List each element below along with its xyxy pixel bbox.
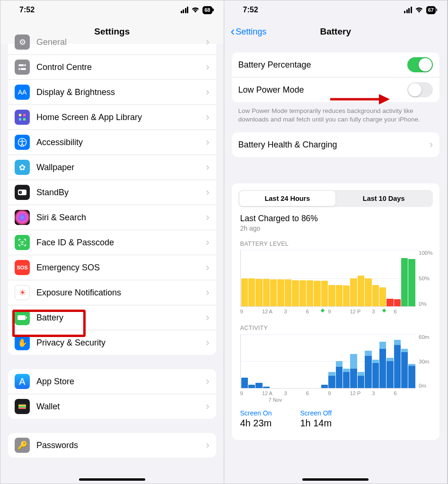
nav-bar: ‹ Settings Battery — [224, 19, 448, 44]
chevron-left-icon: ‹ — [231, 25, 235, 37]
wallet-icon — [15, 399, 30, 414]
battery-level-plot — [240, 250, 416, 307]
row-appstore[interactable]: A App Store › — [8, 369, 216, 394]
battery-icon — [15, 310, 30, 325]
row-sos[interactable]: SOS Emergency SOS › — [8, 255, 216, 280]
row-battery-health[interactable]: Battery Health & Charging › — [232, 132, 440, 157]
back-button[interactable]: ‹ Settings — [231, 26, 267, 37]
row-accessibility[interactable]: Accessibility › — [8, 130, 216, 155]
svg-point-3 — [20, 69, 21, 70]
svg-point-9 — [21, 139, 23, 141]
page-title: Battery — [320, 26, 351, 37]
activity-plot — [240, 334, 416, 389]
svg-rect-5 — [23, 114, 26, 116]
svg-rect-6 — [19, 118, 21, 121]
chevron-right-icon: › — [206, 161, 209, 173]
status-bar: 7:52 67 — [224, 0, 448, 19]
chevron-right-icon: › — [430, 138, 433, 151]
chevron-right-icon: › — [206, 86, 209, 98]
exposure-icon: ☀ — [15, 285, 30, 300]
last-charged-info: Last Charged to 86% 2h ago — [232, 212, 440, 233]
row-battery[interactable]: Battery › — [8, 305, 216, 330]
row-display[interactable]: AA Display & Brightness › — [8, 80, 216, 105]
chevron-right-icon: › — [206, 400, 209, 413]
row-faceid[interactable]: Face ID & Passcode › — [8, 230, 216, 255]
activity-chart: ACTIVITY 60m 30m 0m 912 A36912 P36 7 Nov — [240, 325, 437, 403]
row-control-centre[interactable]: Control Centre › — [8, 55, 216, 80]
x-axis-date: 7 Nov — [269, 397, 437, 403]
x-axis-labels: 912 A36912 P36 — [240, 309, 437, 314]
appstore-icon: A — [15, 374, 30, 389]
y-axis-labels: 60m 30m 0m — [416, 334, 437, 389]
svg-rect-1 — [18, 68, 26, 70]
chevron-right-icon: › — [206, 261, 209, 274]
row-low-power-mode[interactable]: Low Power Mode — [232, 78, 440, 102]
chevron-right-icon: › — [206, 111, 209, 123]
svg-rect-13 — [26, 317, 27, 319]
home-indicator[interactable] — [79, 478, 145, 481]
key-icon: 🔑 — [15, 438, 30, 453]
row-exposure[interactable]: ☀ Exposure Notifications › — [8, 280, 216, 305]
clock-icon — [15, 185, 30, 200]
settings-group-main: ⚙ General › Control Centre › AA Display … — [8, 35, 216, 355]
svg-rect-0 — [18, 64, 26, 66]
chevron-right-icon: › — [206, 186, 209, 199]
cellular-icon — [404, 7, 412, 13]
battery-level-chart: BATTERY LEVEL 100% 50% 0% 912 A36912 P36 — [240, 241, 437, 314]
x-axis-labels: 912 A36912 P36 — [240, 390, 437, 396]
segment-10d[interactable]: Last 10 Days — [335, 191, 432, 206]
row-wallet[interactable]: Wallet › — [8, 394, 216, 419]
chevron-right-icon: › — [206, 337, 209, 349]
status-time: 7:52 — [19, 6, 35, 14]
segment-24h[interactable]: Last 24 Hours — [239, 191, 336, 206]
row-siri[interactable]: Siri & Search › — [8, 205, 216, 230]
chevron-right-icon: › — [206, 61, 209, 73]
chevron-right-icon: › — [206, 311, 209, 324]
row-standby[interactable]: StandBy › — [8, 180, 216, 205]
usage-summary: Screen On 4h 23m Screen Off 1h 14m — [232, 403, 440, 435]
chevron-right-icon: › — [206, 286, 209, 299]
row-passwords[interactable]: 🔑 Passwords › — [8, 433, 216, 458]
switches-icon — [15, 60, 30, 75]
wifi-icon — [191, 7, 200, 13]
cellular-icon — [181, 7, 189, 13]
battery-icon: 67 — [426, 6, 436, 14]
row-general[interactable]: ⚙ General › — [8, 35, 216, 55]
home-indicator[interactable] — [302, 478, 369, 481]
hand-icon: ✋ — [15, 335, 30, 350]
svg-point-2 — [24, 65, 25, 66]
svg-rect-17 — [18, 407, 26, 409]
row-home-screen[interactable]: Home Screen & App Library › — [8, 105, 216, 130]
row-battery-percentage[interactable]: Battery Percentage — [232, 52, 440, 78]
toggle-group: Battery Percentage Low Power Mode — [232, 52, 440, 102]
settings-screen: 7:52 68 Settings ⚙ General › Control Cen… — [0, 0, 224, 484]
health-group: Battery Health & Charging › — [232, 132, 440, 157]
battery-usage-card: Last 24 Hours Last 10 Days Last Charged … — [232, 183, 440, 440]
chevron-right-icon: › — [206, 439, 209, 451]
row-wallpaper[interactable]: ✿ Wallpaper › — [8, 155, 216, 180]
svg-rect-15 — [18, 405, 26, 406]
chevron-right-icon: › — [206, 211, 209, 224]
time-range-segmented[interactable]: Last 24 Hours Last 10 Days — [238, 190, 433, 207]
settings-group-passwords: 🔑 Passwords › — [8, 433, 216, 458]
flower-icon: ✿ — [15, 160, 30, 175]
wifi-icon — [415, 7, 423, 13]
chevron-right-icon: › — [206, 36, 209, 48]
sos-icon: SOS — [15, 260, 30, 275]
status-bar: 7:52 68 — [0, 0, 224, 19]
screen-on-stat: Screen On 4h 23m — [240, 409, 272, 429]
settings-list[interactable]: ⚙ General › Control Centre › AA Display … — [0, 35, 224, 475]
status-time: 7:52 — [243, 6, 258, 14]
row-privacy[interactable]: ✋ Privacy & Security › — [8, 330, 216, 355]
toggle-low-power-mode[interactable] — [407, 82, 433, 97]
last-charged-title: Last Charged to 86% — [240, 214, 431, 224]
toggle-battery-percentage[interactable] — [407, 57, 433, 72]
accessibility-icon — [15, 135, 30, 150]
chevron-right-icon: › — [206, 136, 209, 148]
screen-off-stat: Screen Off 1h 14m — [300, 409, 332, 429]
sun-icon: AA — [15, 85, 30, 100]
siri-icon — [15, 210, 30, 225]
chevron-right-icon: › — [206, 375, 209, 388]
faceid-icon — [15, 235, 30, 250]
status-right: 68 — [181, 6, 212, 14]
